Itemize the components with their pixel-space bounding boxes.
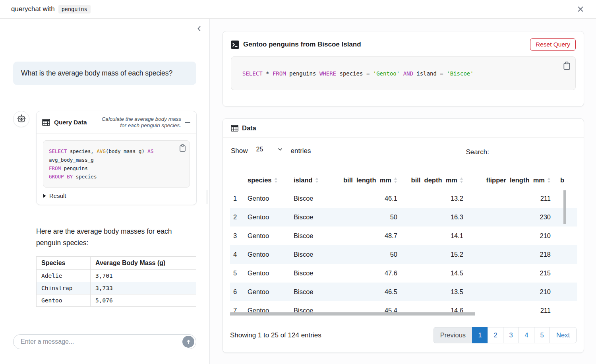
tool-card-description: Calculate the average body mass for each… xyxy=(100,116,181,129)
page-button-1[interactable]: 1 xyxy=(472,327,488,343)
send-button[interactable] xyxy=(182,336,194,348)
summary-cell: Gentoo xyxy=(37,294,91,307)
data-card: Data Show 25 entries Search: speciesisla xyxy=(223,118,584,353)
result-disclosure[interactable]: Result xyxy=(37,191,196,205)
current-query-card: Gentoo penguins from Biscoe Island Reset… xyxy=(223,31,584,106)
summary-cell: Chinstrap xyxy=(37,282,91,294)
table-cell: 14.5 xyxy=(401,264,466,283)
query-card-header: Gentoo penguins from Biscoe Island Reset… xyxy=(223,31,584,51)
table-cell: 215 xyxy=(466,264,554,283)
table-cell: 13.2 xyxy=(401,189,466,208)
column-label: island xyxy=(294,176,313,184)
vertical-scrollbar-thumb[interactable] xyxy=(563,190,566,224)
title-bar: querychat with penguins xyxy=(0,0,596,19)
search-input[interactable] xyxy=(493,146,576,156)
table-cell: 15.2 xyxy=(401,245,466,264)
copy-icon[interactable] xyxy=(179,144,186,152)
summary-table-header-row: Species Average Body Mass (g) xyxy=(37,257,196,270)
current-sql-code-block: SELECT * FROM penguins WHERE species = '… xyxy=(231,56,576,90)
bot-avatar xyxy=(13,111,29,127)
table-row: 3GentooBiscoe48.714.1210 xyxy=(230,227,577,245)
query-data-tool-card: Query Data Calculate the average body ma… xyxy=(36,111,197,205)
column-label: bill_depth_mm xyxy=(411,176,457,184)
copy-icon[interactable] xyxy=(563,62,571,70)
page-button-5[interactable]: 5 xyxy=(534,327,550,343)
data-table-footer: Showing 1 to 25 of 124 entries Previous1… xyxy=(223,327,584,343)
table-cell: Gentoo xyxy=(244,208,290,227)
tool-card-header: Query Data Calculate the average body ma… xyxy=(37,111,196,134)
sort-arrows-icon xyxy=(460,177,463,183)
tool-card-title: Query Data xyxy=(54,119,87,126)
table-row: 4GentooBiscoe5015.2218 xyxy=(230,245,577,264)
summary-col-species: Species xyxy=(37,257,91,270)
table-cell: 210 xyxy=(466,227,554,245)
main-panel: Gentoo penguins from Biscoe Island Reset… xyxy=(210,19,596,364)
sort-arrows-icon xyxy=(274,177,278,183)
app-title: querychat with xyxy=(11,5,55,13)
table-cell: 48.7 xyxy=(334,227,401,245)
result-label: Result xyxy=(49,192,66,199)
column-label: bill_length_mm xyxy=(343,176,391,184)
chat-sidebar: What is the average body mass of each sp… xyxy=(0,19,209,364)
column-header-bill_depth_mm[interactable]: bill_depth_mm xyxy=(401,174,466,189)
reset-query-button[interactable]: Reset Query xyxy=(530,38,576,51)
table-row: 2GentooBiscoe5016.3230 xyxy=(230,208,577,227)
summary-table-row: Adelie3,701 xyxy=(37,270,196,282)
column-header-b: b xyxy=(554,174,577,189)
data-card-header: Data xyxy=(223,119,584,138)
table-cell: Gentoo xyxy=(244,245,290,264)
summary-cell: 3,733 xyxy=(91,282,196,294)
tool-sql-text: SELECT species, AVG(body_mass_g) ASavg_b… xyxy=(49,147,184,181)
sort-arrows-icon xyxy=(547,177,551,183)
sort-arrows-icon xyxy=(394,177,397,183)
summary-cell: Adelie xyxy=(37,270,91,282)
collapse-minus-icon[interactable] xyxy=(185,120,191,126)
panel-resize-handle[interactable] xyxy=(207,190,207,204)
table-cell: 3 xyxy=(230,227,244,245)
table-cell: 218 xyxy=(466,245,554,264)
column-label: b xyxy=(560,176,564,184)
table-cell xyxy=(554,245,577,264)
column-header-species[interactable]: species xyxy=(244,174,290,189)
table-cell: Gentoo xyxy=(244,227,290,245)
column-header-flipper_length_mm[interactable]: flipper_length_mm xyxy=(466,174,554,189)
table-cell: Biscoe xyxy=(290,245,334,264)
table-cell: 230 xyxy=(466,208,554,227)
table-cell: 211 xyxy=(466,189,554,208)
close-icon[interactable] xyxy=(576,5,585,14)
chat-input[interactable]: Enter a message... xyxy=(13,334,196,349)
table-cell: Biscoe xyxy=(290,283,334,301)
table-cell: 4 xyxy=(230,245,244,264)
horizontal-scrollbar-thumb[interactable] xyxy=(230,312,475,316)
previous-page-button[interactable]: Previous xyxy=(433,327,472,343)
table-cell: 210 xyxy=(466,283,554,301)
data-table-body: 1GentooBiscoe46.113.22112GentooBiscoe501… xyxy=(230,189,577,316)
sidebar-collapse-chevron-icon[interactable] xyxy=(196,25,202,32)
table-cell: Gentoo xyxy=(244,189,290,208)
table-icon xyxy=(231,125,238,132)
table-cell xyxy=(554,283,577,301)
page-size-value: 25 xyxy=(256,146,263,153)
table-cell: 5 xyxy=(230,264,244,283)
dataset-chip: penguins xyxy=(58,5,91,14)
page-button-2[interactable]: 2 xyxy=(488,327,503,343)
table-cell: 14.1 xyxy=(401,227,466,245)
summary-table-row: Gentoo5,076 xyxy=(37,294,196,307)
table-cell: Gentoo xyxy=(244,283,290,301)
page-button-3[interactable]: 3 xyxy=(503,327,519,343)
current-sql-text: SELECT * FROM penguins WHERE species = '… xyxy=(242,70,474,77)
data-table-header-row: speciesislandbill_length_mmbill_depth_mm… xyxy=(230,174,577,189)
next-page-button[interactable]: Next xyxy=(550,327,577,343)
page-button-4[interactable]: 4 xyxy=(519,327,534,343)
column-header-bill_length_mm[interactable]: bill_length_mm xyxy=(334,174,401,189)
chevron-down-icon xyxy=(278,148,283,151)
page-size-select[interactable]: 25 xyxy=(253,145,286,156)
pagination: Previous12345Next xyxy=(433,327,577,343)
table-cell xyxy=(554,264,577,283)
table-cell: Gentoo xyxy=(244,264,290,283)
table-cell: Biscoe xyxy=(290,264,334,283)
table-cell: Biscoe xyxy=(290,189,334,208)
data-table: speciesislandbill_length_mmbill_depth_mm… xyxy=(230,174,577,316)
table-row: 1GentooBiscoe46.113.2211 xyxy=(230,189,577,208)
column-header-island[interactable]: island xyxy=(290,174,334,189)
